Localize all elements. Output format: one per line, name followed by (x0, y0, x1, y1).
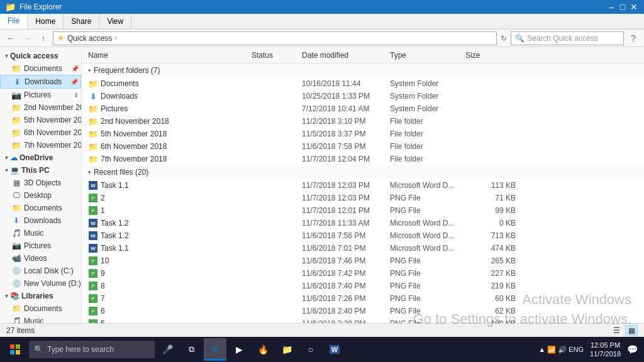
pictures-icon: 📷 (11, 90, 21, 100)
sidebar-item-lib-music[interactable]: 🎵 Music (0, 315, 81, 323)
sidebar-item-documents-qa[interactable]: 📁 Documents 📌 (0, 62, 81, 75)
sidebar-item-lib-documents[interactable]: 📁 Documents (0, 302, 81, 315)
table-row[interactable]: P 1 11/7/2018 12:01 PM PNG File 99 KB (82, 204, 644, 217)
minimize-button[interactable]: – (606, 2, 616, 12)
expand-systray-button[interactable]: ▲ (538, 346, 545, 353)
table-row[interactable]: ⬇ Downloads 10/25/2018 1:33 PM System Fo… (82, 90, 644, 102)
file-name: 5th November 2018 (101, 129, 167, 138)
sidebar-item-pictures-pc[interactable]: 📷 Pictures (0, 239, 81, 252)
table-row[interactable]: W Task 1.2 11/6/2018 7:56 PM Microsoft W… (82, 229, 644, 242)
back-button[interactable]: ← (4, 31, 18, 45)
col-header-date[interactable]: Date modified (302, 51, 390, 60)
start-button[interactable] (3, 337, 28, 362)
folder-5th-icon: 📁 (11, 115, 21, 125)
taskbar-explorer-button[interactable]: 📁 (275, 338, 298, 361)
sidebar-item-downloads-qa[interactable]: ⬇ Downloads 📌 (0, 75, 81, 89)
notification-button[interactable]: 💬 (627, 344, 638, 354)
table-row[interactable]: 📁 6th November 2018 11/6/2018 7:58 PM Fi… (82, 140, 644, 153)
table-row[interactable]: P 2 11/7/2018 12:03 PM PNG File 71 KB (82, 192, 644, 204)
folder-2nd-icon: 📁 (11, 102, 21, 112)
sidebar-item-music[interactable]: 🎵 Music (0, 227, 81, 239)
window-title: File Explorer (19, 3, 62, 11)
word-file-icon: W (88, 218, 98, 228)
table-row[interactable]: W Task 1.1 11/6/2018 7:01 PM Microsoft W… (82, 242, 644, 255)
table-row[interactable]: P 7 11/6/2018 7:26 PM PNG File 60 KB (82, 292, 644, 305)
sidebar-item-5th-nov[interactable]: 📁 5th November 2018 (0, 114, 81, 126)
taskbar-firefox-button[interactable]: 🔥 (252, 338, 274, 361)
ribbon-tab-share[interactable]: Share (64, 14, 99, 29)
search-box[interactable]: 🔍 Search Quick access (511, 31, 624, 45)
sidebar-item-videos[interactable]: 📹 Videos (0, 252, 81, 265)
sidebar-label-new-volume-d: New Volume (D:) (24, 279, 81, 288)
table-row[interactable]: 📁 Pictures 7/12/2018 10:41 AM System Fol… (82, 102, 644, 115)
up-button[interactable]: ↑ (36, 31, 50, 45)
taskbar-chrome-button[interactable]: ○ (299, 338, 322, 361)
sidebar-item-6th-nov[interactable]: 📁 6th November 2018 (0, 126, 81, 139)
file-type: PNG File (390, 307, 465, 315)
sidebar-item-7th-nov[interactable]: 📁 7th November 2018 (0, 139, 81, 151)
sidebar-label-6th-nov: 6th November 2018 (24, 128, 81, 137)
table-row[interactable]: W Task 1.1 11/7/2018 12:03 PM Microsoft … (82, 179, 644, 192)
main-content: ▾ Quick access 📁 Documents 📌 ⬇ Downloads… (0, 47, 644, 323)
onedrive-chevron: ▾ (5, 155, 8, 161)
sidebar-item-3d-objects[interactable]: ▦ 3D Objects (0, 177, 81, 189)
sidebar-item-2nd-nov[interactable]: 📁 2nd November 2018 (0, 101, 81, 114)
clock[interactable]: 12:05 PM 11/7/2018 (586, 341, 625, 359)
file-type: PNG File (390, 282, 465, 290)
pin-icon: 📌 (71, 65, 79, 72)
taskbar-mic-button[interactable]: 🎤 (156, 338, 179, 361)
taskbar-task-view-button[interactable]: ⧉ (180, 338, 203, 361)
table-row[interactable]: P 9 11/6/2018 7:42 PM PNG File 227 KB (82, 267, 644, 280)
taskbar-word-button[interactable]: W (323, 338, 346, 361)
taskbar-edge-button[interactable]: e (204, 338, 226, 361)
sidebar-label-3d-objects: 3D Objects (24, 178, 61, 187)
col-header-status[interactable]: Status (252, 51, 302, 60)
sidebar-item-desktop[interactable]: 🖵 Desktop (0, 189, 81, 202)
table-row[interactable]: P 5 11/6/2018 2:38 PM PNG File 109 KB (82, 317, 644, 323)
sidebar-item-local-disk-c[interactable]: 💿 Local Disk (C:) (0, 265, 81, 277)
forward-button[interactable]: → (20, 31, 34, 45)
table-row[interactable]: W Task 1.2 11/7/2018 11:33 AM Microsoft … (82, 217, 644, 229)
png-file-icon: P (88, 281, 98, 291)
view-list-button[interactable]: ▦ (625, 325, 638, 336)
close-button[interactable]: ✕ (629, 2, 639, 12)
maximize-button[interactable]: □ (618, 2, 628, 12)
sidebar-item-pictures-qa[interactable]: 📷 Pictures ⬇ (0, 89, 81, 101)
ribbon-tab-home[interactable]: Home (28, 14, 64, 29)
lang-label[interactable]: ENG (569, 346, 584, 353)
file-name-cell: W Task 1.2 (88, 231, 252, 241)
table-row[interactable]: 📁 Documents 10/16/2018 11:44 System Fold… (82, 77, 644, 90)
view-details-button[interactable]: ☰ (610, 325, 623, 336)
taskbar-vlc-button[interactable]: ▶ (228, 338, 250, 361)
refresh-button[interactable]: ↻ (499, 33, 508, 44)
table-row[interactable]: 📁 2nd November 2018 11/2/2018 3:10 PM Fi… (82, 115, 644, 128)
col-header-name[interactable]: Name (88, 51, 252, 60)
recent-files-section[interactable]: ▾ Recent files (20) (82, 165, 644, 179)
documents-icon: 📁 (11, 63, 21, 74)
help-button[interactable]: ? (626, 31, 640, 45)
file-date: 11/6/2018 7:56 PM (302, 231, 390, 240)
table-row[interactable]: P 8 11/6/2018 7:40 PM PNG File 219 KB (82, 280, 644, 292)
table-row[interactable]: 📁 7th November 2018 11/7/2018 12:04 PM F… (82, 153, 644, 165)
address-bar: ← → ↑ ★ Quick access › ↻ 🔍 Search Quick … (0, 30, 644, 47)
quick-access-header[interactable]: ▾ Quick access (0, 50, 81, 62)
address-path[interactable]: ★ Quick access › (53, 31, 497, 45)
col-header-size[interactable]: Size (465, 51, 516, 60)
table-row[interactable]: P 10 11/6/2018 7:46 PM PNG File 265 KB (82, 255, 644, 267)
table-row[interactable]: P 6 11/6/2018 2:40 PM PNG File 62 KB (82, 305, 644, 317)
ribbon-tab-file[interactable]: File (0, 14, 28, 29)
ribbon-tab-view[interactable]: View (99, 14, 131, 29)
onedrive-header[interactable]: ▾ ☁ OneDrive (0, 151, 81, 164)
col-header-type[interactable]: Type (390, 51, 465, 60)
sidebar-item-documents-pc[interactable]: 📁 Documents (0, 202, 81, 214)
frequent-folders-section[interactable]: ▾ Frequent folders (7) (82, 63, 644, 77)
libraries-header[interactable]: ▾ 📚 Libraries (0, 290, 81, 302)
taskbar-search[interactable]: 🔍 Type here to search (29, 341, 155, 358)
file-name-cell: P 10 (88, 256, 252, 266)
thispc-header[interactable]: ▾ 💻 This PC (0, 164, 81, 177)
doc-pc-icon: 📁 (11, 203, 21, 213)
sidebar-item-downloads-pc[interactable]: ⬇ Downloads (0, 214, 81, 227)
file-size: 113 KB (465, 181, 516, 190)
table-row[interactable]: 📁 5th November 2018 11/5/2018 3:37 PM Fi… (82, 128, 644, 140)
sidebar-item-new-volume-d[interactable]: 💿 New Volume (D:) (0, 277, 81, 290)
